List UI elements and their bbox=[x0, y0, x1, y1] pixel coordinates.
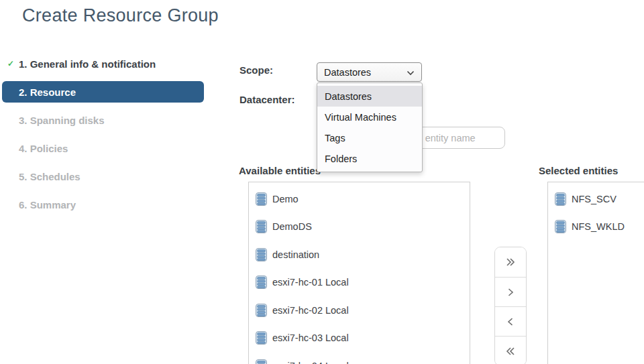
sidebar-step-schedules[interactable]: 5. Schedules bbox=[0, 162, 205, 190]
option-tags[interactable]: Tags bbox=[317, 127, 422, 148]
available-entities-list: Demo DemoDS destination esxi7-hc-01 Loca… bbox=[248, 182, 470, 364]
option-folders[interactable]: Folders bbox=[317, 148, 422, 169]
scope-dropdown-menu: Datastores Virtual Machines Tags Folders bbox=[317, 82, 423, 172]
datastore-icon bbox=[555, 220, 566, 233]
double-chevron-left-icon bbox=[505, 346, 516, 357]
list-item[interactable]: esxi7-hc-03 Local bbox=[249, 324, 470, 353]
step-label: 2. Resource bbox=[19, 86, 76, 98]
datastore-icon bbox=[555, 192, 566, 206]
datastore-icon bbox=[256, 331, 267, 345]
available-entities-label: Available entities bbox=[239, 165, 321, 176]
step-label: 6. Summary bbox=[19, 199, 76, 210]
list-item[interactable]: NFS_WKLD bbox=[548, 213, 644, 241]
step-label: 4. Policies bbox=[19, 143, 68, 154]
sidebar-step-general-info[interactable]: ✓ 1. General info & notification bbox=[0, 50, 205, 78]
move-right-button[interactable] bbox=[495, 277, 526, 306]
entity-name: NFS_WKLD bbox=[572, 221, 625, 232]
active-step-pill[interactable]: 2. Resource bbox=[2, 81, 204, 103]
wizard-sidebar: ✓ 1. General info & notification 2. Reso… bbox=[0, 50, 205, 219]
entity-name: NFS_SCV bbox=[572, 194, 616, 204]
entity-name: destination bbox=[272, 249, 319, 260]
datastore-icon bbox=[256, 304, 267, 317]
datastore-icon bbox=[256, 276, 267, 289]
list-item[interactable]: esxi7-hc-04 Local bbox=[249, 352, 470, 364]
selected-entities-label: Selected entities bbox=[539, 165, 618, 176]
sidebar-step-spanning-disks[interactable]: 3. Spanning disks bbox=[0, 106, 205, 134]
list-item[interactable]: destination bbox=[249, 241, 470, 269]
move-all-left-button[interactable] bbox=[495, 336, 526, 364]
scope-label: Scope: bbox=[239, 64, 273, 76]
step-label: 5. Schedules bbox=[19, 171, 80, 182]
datastore-icon bbox=[256, 192, 267, 206]
entity-name: Demo bbox=[272, 194, 299, 204]
entity-name: esxi7-hc-01 Local bbox=[272, 277, 349, 288]
selected-entities-list: NFS_SCV NFS_WKLD bbox=[547, 182, 644, 364]
scope-select-value: Datastores bbox=[324, 67, 371, 78]
list-item[interactable]: esxi7-hc-02 Local bbox=[249, 296, 470, 324]
chevron-down-icon bbox=[407, 67, 415, 78]
entity-name: esxi7-hc-02 Local bbox=[272, 305, 349, 316]
chevron-left-icon bbox=[505, 316, 516, 327]
entity-name: DemoDS bbox=[272, 221, 312, 232]
move-all-right-button[interactable] bbox=[495, 247, 526, 277]
transfer-button-group bbox=[494, 247, 527, 364]
sidebar-step-resource[interactable]: 2. Resource bbox=[0, 78, 205, 106]
sidebar-step-summary[interactable]: 6. Summary bbox=[0, 190, 205, 219]
datastore-icon bbox=[256, 248, 267, 261]
list-item[interactable]: DemoDS bbox=[249, 213, 470, 241]
step-label: 3. Spanning disks bbox=[19, 115, 105, 126]
page-title: Create Resource Group bbox=[22, 5, 219, 26]
datastore-icon bbox=[256, 359, 267, 364]
scope-select[interactable]: Datastores bbox=[317, 62, 422, 82]
entity-name: esxi7-hc-03 Local bbox=[272, 332, 349, 343]
move-left-button[interactable] bbox=[495, 306, 526, 336]
sidebar-step-policies[interactable]: 4. Policies bbox=[0, 134, 205, 162]
datastore-icon bbox=[256, 220, 267, 233]
datacenter-label: Datacenter: bbox=[239, 94, 295, 105]
list-item[interactable]: esxi7-hc-01 Local bbox=[249, 269, 470, 297]
chevron-right-icon bbox=[505, 287, 516, 298]
double-chevron-right-icon bbox=[505, 257, 516, 267]
list-item[interactable]: NFS_SCV bbox=[548, 185, 644, 213]
check-icon: ✓ bbox=[7, 59, 19, 68]
entity-name: esxi7-hc-04 Local bbox=[272, 361, 349, 364]
option-datastores[interactable]: Datastores bbox=[317, 86, 422, 107]
list-item[interactable]: Demo bbox=[249, 185, 470, 213]
step-label: 1. General info & notification bbox=[19, 58, 156, 70]
option-virtual-machines[interactable]: Virtual Machines bbox=[317, 107, 422, 127]
